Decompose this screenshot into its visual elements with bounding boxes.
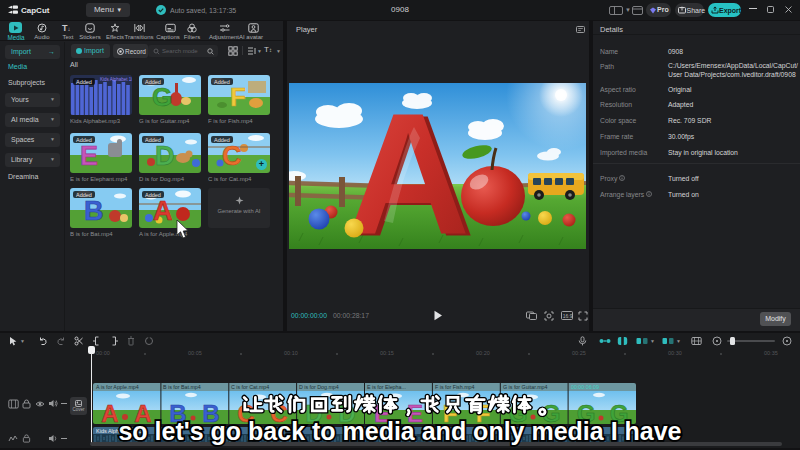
svg-text:00:00:06:09: 00:00:06:09: [571, 384, 599, 390]
svg-text:D: D: [305, 400, 322, 424]
svg-text:D: D: [338, 400, 355, 424]
svg-text:B: B: [169, 400, 186, 424]
svg-text:C: C: [270, 400, 287, 424]
svg-text:G is for Guitar.mp4: G is for Guitar.mp4: [503, 384, 548, 390]
svg-text:D is for Dog.mp4: D is for Dog.mp4: [299, 384, 339, 390]
svg-text:B: B: [84, 196, 104, 226]
svg-text:G: G: [509, 400, 528, 424]
svg-text:B: B: [202, 400, 219, 424]
svg-text:E: E: [407, 400, 423, 424]
svg-text:G: G: [610, 400, 629, 424]
svg-text:E: E: [374, 400, 390, 424]
svg-text:A is for Apple.mp4: A is for Apple.mp4: [96, 384, 139, 390]
svg-text:C is for Cat.mp4: C is for Cat.mp4: [231, 384, 269, 390]
svg-text:G: G: [577, 400, 596, 424]
svg-text:F: F: [443, 400, 458, 424]
svg-text:B is for Bat.mp4: B is for Bat.mp4: [163, 384, 201, 390]
svg-text:A: A: [153, 196, 173, 226]
svg-text:F: F: [230, 82, 246, 112]
svg-text:D: D: [155, 141, 175, 171]
svg-text:C: C: [237, 400, 254, 424]
svg-text:F is for Fish.mp4: F is for Fish.mp4: [435, 384, 474, 390]
svg-text:A: A: [134, 400, 151, 424]
svg-text:F: F: [476, 400, 491, 424]
svg-text:E: E: [80, 141, 98, 171]
svg-text:Kids Alphabet 108 bpm: Kids Alphabet 108 bpm: [100, 77, 132, 82]
svg-text:16:9: 16:9: [563, 313, 573, 319]
svg-text:A: A: [101, 400, 118, 424]
svg-text:G: G: [542, 400, 561, 424]
svg-text:E is for Elepha...: E is for Elepha...: [367, 384, 406, 390]
svg-text:C: C: [222, 141, 242, 171]
svg-text:G: G: [152, 82, 172, 112]
